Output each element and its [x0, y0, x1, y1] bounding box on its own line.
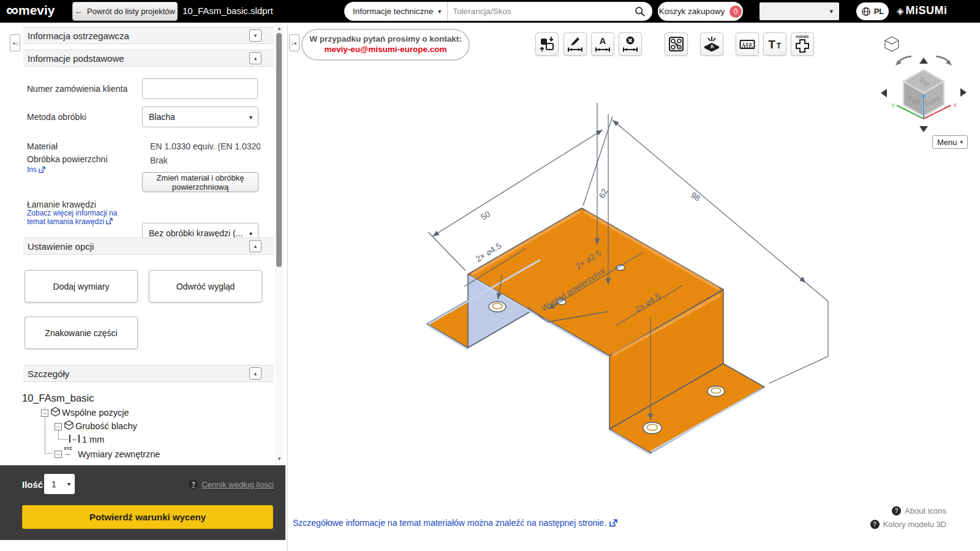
scroll-up-icon[interactable]: ▲: [277, 26, 282, 31]
text-dimension-button[interactable]: A: [591, 32, 614, 56]
tree-item-thickness-value[interactable]: 1 mm: [82, 435, 104, 444]
material-value: EN 1.0330 equiv. (EN 1.0320...: [150, 141, 260, 151]
minus-icon: −: [43, 410, 46, 416]
tree-expander[interactable]: −: [55, 451, 62, 458]
shopping-cart-button[interactable]: Koszyk zakupowy 0: [658, 2, 743, 21]
svg-text:123: 123: [742, 42, 752, 47]
hole-settings-button[interactable]: [665, 32, 688, 56]
confirm-quote-button[interactable]: Potwierdź warunki wyceny: [22, 505, 273, 529]
edge-break-label: Łamanie krawędzi: [27, 200, 96, 209]
search-category-label: Informacje techniczne: [353, 7, 433, 16]
text-size-button[interactable]: T T: [763, 32, 786, 56]
tree-item-common-positions[interactable]: Wspólne pozycje: [62, 408, 129, 418]
invert-appearance-button[interactable]: Odwróć wygląd: [149, 270, 262, 302]
tree-expander[interactable]: −: [55, 423, 62, 430]
basic-section-toggle[interactable]: ▲: [249, 52, 262, 64]
details-section-toggle[interactable]: ▲: [249, 367, 262, 380]
sidebar-scrollbar-thumb[interactable]: [276, 33, 282, 267]
panel-collapse-handle[interactable]: |◄: [289, 34, 300, 51]
search-icon[interactable]: [635, 6, 645, 17]
contact-email-link[interactable]: meviy-eu@misumi-europe.com: [303, 45, 469, 54]
rotate-down-arrow[interactable]: [919, 126, 928, 132]
chevron-down-icon: ▾: [249, 230, 252, 237]
svg-text:T: T: [768, 38, 775, 51]
options-header-label: Ustawienie opcji: [28, 241, 94, 252]
tree-item-outer-dimensions[interactable]: Wymiary zewnętrzne: [78, 449, 160, 459]
part-marking-button[interactable]: Znakowanie części: [24, 317, 138, 349]
marking-button[interactable]: A: [700, 32, 723, 56]
edit-dimension-icon: [567, 36, 584, 53]
meviy-logo-text: meviy: [18, 3, 55, 18]
warning-section-toggle[interactable]: ▼: [249, 29, 262, 42]
six-views-button[interactable]: 6VIEWS: [791, 32, 814, 56]
back-to-projects-button[interactable]: ← Powrót do listy projektów: [72, 2, 178, 21]
minus-icon: −: [56, 424, 59, 430]
measurement-123-icon: 123: [739, 36, 756, 53]
model-colors-link[interactable]: ? Kolory modelu 3D: [870, 520, 946, 529]
pricing-by-quantity-link[interactable]: ? Cennik według ilości: [189, 480, 274, 489]
basic-header-label: Informacje podstawowe: [28, 53, 124, 64]
xyz-dimensions-icon: XYZ↔: [64, 446, 72, 456]
chevron-down-icon: ▾: [249, 114, 252, 121]
quote-footer-panel: Ilość 1 ▾ ? Cennik według ilości Potwier…: [0, 465, 285, 540]
question-icon: ?: [892, 506, 901, 515]
ins-link[interactable]: Ins: [27, 165, 45, 174]
rotate-left-step-arrow[interactable]: [881, 89, 887, 97]
question-icon: ?: [870, 520, 880, 529]
tree-expander[interactable]: −: [41, 410, 48, 417]
material-details-link[interactable]: Szczegółowe informacje na temat materiał…: [293, 518, 617, 528]
cube-icon: [64, 420, 74, 430]
material-details-link-label: Szczegółowe informacje na temat materiał…: [293, 518, 606, 528]
tree-item-sheet-thickness[interactable]: Grubość blachy: [75, 421, 137, 431]
collapse-right-icon: ►|: [12, 41, 18, 45]
external-link-icon: [39, 167, 45, 173]
delete-dimension-button[interactable]: [619, 32, 642, 56]
warning-header-label: Informacja ostrzegawcza: [28, 31, 129, 41]
order-number-input[interactable]: [142, 78, 258, 99]
edge-break-info-link[interactable]: Zobacz więcej informacji na temat łamani…: [27, 209, 117, 226]
section-header-options: Ustawienie opcji: [23, 238, 274, 255]
isometric-view-icon[interactable]: [885, 37, 899, 51]
tree-connector: [58, 439, 68, 440]
ins-link-label: Ins: [27, 165, 37, 174]
view-cube-widget[interactable]: Top Left Front y x: [858, 29, 971, 135]
svg-text:T: T: [777, 42, 782, 50]
top-bar: ∞ meviy ← Powrót do listy projektów 10_F…: [0, 0, 980, 23]
search-input[interactable]: [448, 7, 635, 16]
meviy-logo[interactable]: ∞ meviy: [6, 1, 55, 20]
quantity-select[interactable]: 1 ▾: [44, 474, 75, 494]
open-file-name: 10_FAsm_basic.sldprt: [183, 6, 273, 16]
confirm-quote-label: Potwierdź warunki wyceny: [89, 512, 206, 522]
cart-label: Koszyk zakupowy: [659, 7, 725, 16]
change-material-button[interactable]: Zmień materiał i obróbkę powierzchniową: [142, 172, 258, 192]
add-dimensions-button[interactable]: Dodaj wymiary: [24, 270, 138, 302]
search-category-dropdown[interactable]: Informacje techniczne ▾: [344, 2, 448, 21]
panel-expand-handle[interactable]: ►|: [10, 34, 20, 51]
project-select-dropdown[interactable]: ▾: [760, 2, 839, 20]
replace-shape-button[interactable]: [535, 32, 559, 56]
viewcube-menu-button[interactable]: Menu ▾: [932, 135, 968, 149]
edit-dimension-button[interactable]: [564, 32, 587, 56]
add-dimensions-label: Dodaj wymiary: [53, 282, 110, 291]
viewer-canvas[interactable]: 50 98 62 2× ⌀4.5 2× ⌀2.5 Wygląd powierzc…: [288, 61, 851, 490]
delete-dimension-icon: [622, 36, 639, 53]
scroll-down-icon[interactable]: ▼: [277, 456, 282, 462]
language-selector[interactable]: PL: [856, 2, 889, 20]
options-section-toggle[interactable]: ▲: [249, 240, 262, 252]
rotate-up-arrow[interactable]: [919, 58, 928, 64]
dimension-icon: ↔: [69, 435, 80, 443]
marking-icon: A: [703, 36, 720, 53]
tree-root-item[interactable]: 10_FAsm_basic: [22, 392, 94, 404]
caret-up-icon: ▲: [253, 56, 258, 61]
cube-icon: [50, 407, 61, 417]
measurement-button[interactable]: 123: [736, 32, 759, 56]
about-icons-label: About icons: [905, 506, 946, 515]
minus-icon: −: [56, 451, 59, 457]
about-icons-link[interactable]: ? About icons: [892, 506, 946, 515]
question-icon: ?: [189, 480, 198, 489]
back-arrow-icon: ←: [75, 7, 83, 16]
edge-break-link-line2: temat łamania krawędzi: [27, 217, 104, 226]
rotate-right-step-arrow[interactable]: [960, 88, 967, 97]
six-views-icon: 6VIEWS: [793, 34, 812, 54]
processing-method-select[interactable]: Blacha ▾: [142, 107, 258, 127]
